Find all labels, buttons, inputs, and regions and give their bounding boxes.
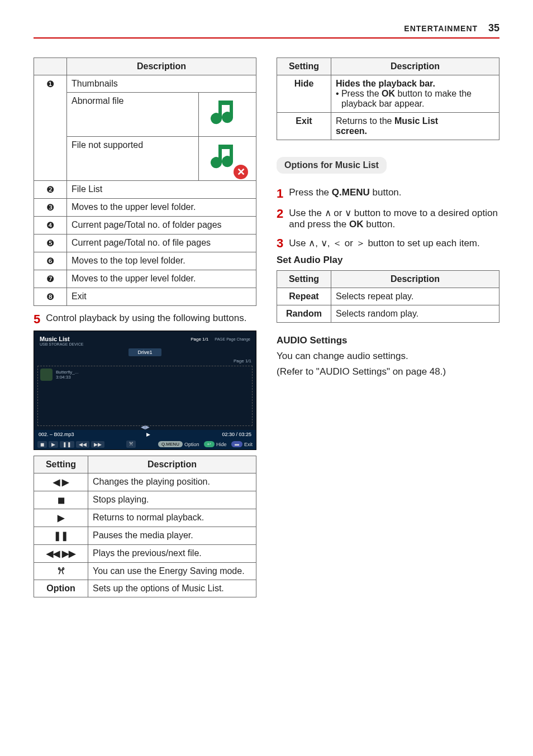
play-symbol-icon: ▶ — [146, 432, 150, 437]
section-name: ENTERTAINMENT — [404, 24, 478, 33]
s1-post: button. — [370, 187, 402, 198]
step-number: 2 — [277, 207, 283, 230]
exit-pre: Returns to the — [336, 116, 394, 126]
audio-settings-line1: You can change audio settings. — [277, 351, 499, 362]
audio-play-table: Setting Description RepeatSelects repeat… — [277, 270, 499, 323]
s2-m1: or — [331, 208, 345, 218]
play-button[interactable]: ▶ — [49, 441, 58, 448]
hide-key-icon: ↩ — [204, 441, 215, 447]
row-top-folder: Moves to the top level folder. — [67, 252, 256, 270]
step-1: 1 Press the Q.MENU button. — [277, 187, 499, 200]
row-folder-pages: Current page/Total no. of folder pages — [67, 217, 256, 235]
page-change-hint: PAGE Page Change — [215, 337, 250, 341]
track-name: Butterfly_... — [56, 370, 78, 375]
music-player-screenshot: Music List USB STORAGE DEVICE Page 1/1 P… — [34, 331, 256, 450]
s3-post: button to set up each item. — [365, 238, 480, 248]
error-badge-icon: ✕ — [234, 165, 248, 179]
music-note-icon — [209, 96, 246, 133]
marker-2: ❷ — [46, 185, 54, 194]
controls-header-description: Description — [88, 456, 256, 473]
ap-header-description: Description — [331, 271, 499, 288]
s3-pre: Use — [289, 238, 308, 248]
controls-header-setting: Setting — [34, 456, 88, 473]
he-header-setting: Setting — [277, 58, 331, 75]
row-exit: Exit — [67, 288, 256, 306]
stop-button[interactable]: ◼ — [37, 441, 47, 448]
table-header-description: Description — [67, 58, 256, 75]
pause-button[interactable]: ❚❚ — [60, 441, 74, 448]
row-thumbnails: Thumbnails — [67, 75, 256, 93]
exit-desc: Returns to the Music Listscreen. — [331, 113, 499, 140]
page-header: ENTERTAINMENT 35 — [34, 22, 499, 39]
row-file-list: File List — [67, 181, 256, 199]
s2-bold: OK — [349, 219, 364, 229]
row-upper-folder-2: Moves to the upper level folder. — [67, 270, 256, 288]
exit-bold2: screen. — [336, 126, 367, 136]
s1-pre: Press the — [289, 187, 332, 198]
step-text: Control playback by using the following … — [46, 313, 246, 326]
now-playing-time: 02:30 / 03:25 — [222, 432, 251, 437]
ctrl-option-desc: Sets up the options of Music List. — [88, 580, 256, 597]
ctrl-stop-icon: ◼ — [34, 491, 88, 509]
marker-8: ❽ — [46, 292, 54, 302]
next-button[interactable]: ▶▶ — [91, 441, 104, 448]
hide-lead: Hides the playback bar. — [336, 79, 435, 88]
screen-elements-table: Description ❶ Thumbnails Abnormal file — [34, 58, 256, 306]
step-number: 5 — [34, 313, 40, 326]
step-5: 5 Control playback by using the followin… — [34, 313, 256, 326]
audio-settings-line2: (Refer to "AUDIO Settings" on page 48.) — [277, 366, 499, 377]
energy-saving-button[interactable]: ꕮ — [126, 441, 136, 448]
track-thumb-icon — [40, 369, 53, 381]
marker-3: ❸ — [46, 203, 54, 212]
music-list-title: Music List — [40, 336, 83, 342]
row-file-not-supported: File not supported — [67, 137, 199, 180]
marker-5: ❺ — [46, 238, 54, 248]
down-icon: ∨ — [345, 208, 351, 218]
storage-label: USB STORAGE DEVICE — [40, 342, 83, 346]
prev-button[interactable]: ◀◀ — [76, 441, 89, 448]
ctrl-seek-icon: ◀ ▶ — [34, 473, 88, 491]
music-note-error-icon: ✕ — [209, 140, 246, 177]
ctrl-pause-icon: ❚❚ — [34, 527, 88, 545]
random-label: Random — [277, 305, 331, 323]
row-upper-folder: Moves to the upper level folder. — [67, 199, 256, 217]
qmenu-key-icon: Q.MENU — [158, 441, 183, 447]
s2-post: button. — [364, 219, 396, 229]
random-desc: Selects random play. — [331, 305, 499, 323]
ctrl-play-desc: Returns to normal playback. — [88, 509, 256, 527]
ctrl-option-label: Option — [34, 580, 88, 597]
hide-label: Hide — [216, 442, 227, 447]
step-3: 3 Use ∧, ∨, ＜ or ＞ button to set up each… — [277, 237, 499, 250]
hide-label: Hide — [277, 75, 331, 113]
repeat-desc: Selects repeat play. — [331, 288, 499, 305]
row-file-pages: Current page/Total no. of file pages — [67, 235, 256, 252]
page-number: 35 — [488, 22, 499, 34]
exit-label: Exit — [277, 113, 331, 140]
step-number: 1 — [277, 187, 283, 200]
audio-settings-title: AUDIO Settings — [277, 335, 499, 346]
drive-label: Drive1 — [129, 348, 161, 356]
up-icon: ∧ — [325, 208, 331, 218]
ap-header-setting: Setting — [277, 271, 331, 288]
hide-exit-table: Setting Description Hide Hides the playb… — [277, 58, 499, 140]
hide-ok: OK — [382, 89, 395, 98]
he-header-description: Description — [331, 58, 499, 75]
exit-label: Exit — [244, 442, 253, 447]
step-number: 3 — [277, 237, 283, 250]
s1-bold: Q.MENU — [332, 187, 370, 198]
playback-controls-table: Setting Description ◀ ▶Changes the playi… — [34, 456, 256, 597]
marker-4: ❹ — [46, 221, 54, 230]
now-playing-title: 002. – B02.mp3 — [39, 432, 74, 437]
row-abnormal-file: Abnormal file — [67, 93, 199, 136]
track-duration: 3:04:33 — [56, 375, 78, 380]
ctrl-energy-desc: You can use the Energy Saving mode. — [88, 563, 256, 580]
marker-7: ❼ — [46, 274, 54, 284]
options-music-list-header: Options for Music List — [277, 157, 387, 174]
marker-1: ❶ — [46, 79, 54, 89]
ctrl-energy-icon: ꕮ — [34, 563, 88, 580]
set-audio-play-header: Set Audio Play — [277, 255, 499, 266]
ctrl-seek-desc: Changes the playing position. — [88, 473, 256, 491]
page-indicator-2: Page 1/1 — [34, 358, 256, 363]
option-label: Option — [184, 442, 199, 447]
hide-pre: Press the — [341, 89, 382, 98]
